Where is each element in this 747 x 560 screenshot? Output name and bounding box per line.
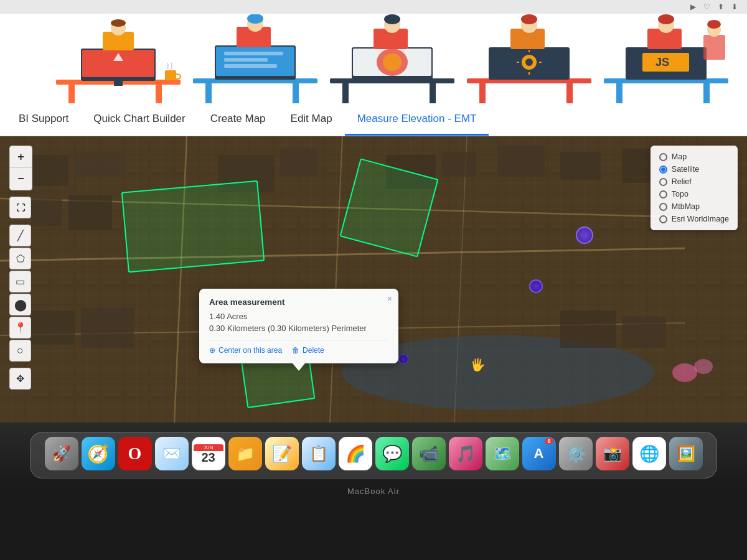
svg-rect-24	[342, 83, 349, 103]
layer-esri[interactable]: Esri WorldImage	[659, 213, 729, 225]
macbook-label: MacBook Air	[0, 485, 747, 498]
svg-rect-25	[430, 83, 436, 103]
dock-notes[interactable]: 📝	[265, 437, 299, 470]
nav-edit-map[interactable]: Edit Map	[278, 104, 345, 136]
nav-create-map[interactable]: Create Map	[198, 104, 278, 136]
svg-rect-88	[622, 317, 666, 348]
map-polygon-1[interactable]	[121, 180, 265, 273]
map-marker-2[interactable]	[529, 279, 543, 293]
svg-rect-3	[156, 85, 162, 103]
delete-label: Delete	[303, 346, 324, 355]
svg-point-56	[658, 14, 674, 24]
ruler-tool[interactable]: ╱	[9, 225, 31, 246]
fullscreen-button[interactable]: ⛶	[9, 197, 31, 218]
popup-tail	[293, 363, 305, 371]
svg-rect-57	[703, 35, 725, 60]
move-tool[interactable]: ✥	[9, 368, 31, 390]
svg-rect-87	[560, 310, 616, 348]
browser-toolbar-icon3[interactable]: ⬆	[718, 2, 724, 11]
svg-rect-48	[616, 83, 622, 103]
dock-safari[interactable]: 🧭	[82, 437, 115, 470]
navbar: BI Support Quick Chart Builder Create Ma…	[0, 104, 747, 136]
layer-mtbmap[interactable]: MtbMap	[659, 200, 729, 213]
dock: 🚀 🧭 O ✉️ JUN 23 📁 📝 📋 🌈 💬 📹 🎵 🗺️ A 6	[0, 422, 747, 485]
popup-actions: ⊕ Center on this area 🗑 Delete	[209, 340, 388, 355]
layer-map[interactable]: Map	[659, 151, 729, 163]
svg-rect-80	[442, 152, 476, 177]
map-marker-3[interactable]	[398, 354, 408, 364]
dock-items: 🚀 🧭 O ✉️ JUN 23 📁 📝 📋 🌈 💬 📹 🎵 🗺️ A 6	[12, 437, 735, 470]
svg-rect-82	[560, 152, 601, 180]
layer-topo-radio[interactable]	[659, 190, 667, 198]
svg-point-59	[707, 20, 721, 29]
browser-toolbar-icon4[interactable]: ⬇	[731, 2, 738, 11]
center-icon: ⊕	[209, 346, 215, 355]
svg-point-29	[383, 54, 402, 71]
svg-rect-85	[81, 307, 134, 348]
layer-mtbmap-label: MtbMap	[672, 202, 700, 211]
dock-sysprefs[interactable]: ⚙️	[559, 437, 593, 470]
calendar-day: 23	[201, 451, 215, 464]
popup-close-button[interactable]: ×	[387, 294, 392, 304]
polygon-tool[interactable]: ⬠	[9, 248, 31, 269]
svg-rect-20	[224, 52, 283, 55]
map-marker-1[interactable]	[576, 226, 593, 244]
dock-calendar[interactable]: JUN 23	[192, 437, 225, 470]
zoom-out-button[interactable]: −	[10, 168, 32, 190]
svg-rect-75	[31, 198, 62, 226]
nav-quick-chart-builder[interactable]: Quick Chart Builder	[81, 104, 197, 136]
layer-satellite-label: Satellite	[672, 165, 699, 174]
dock-photos2[interactable]: 🖼️	[669, 437, 703, 470]
dock-facetime[interactable]: 📹	[412, 437, 446, 470]
layer-mtbmap-radio[interactable]	[659, 203, 667, 211]
center-on-area-button[interactable]: ⊕ Center on this area	[209, 346, 282, 355]
svg-rect-84	[31, 310, 75, 345]
zoom-in-button[interactable]: +	[10, 146, 32, 168]
circle-tool[interactable]: ⬤	[9, 294, 31, 315]
svg-rect-35	[566, 83, 573, 103]
svg-point-32	[384, 14, 400, 24]
svg-rect-22	[224, 64, 277, 68]
dock-music[interactable]: 🎵	[449, 437, 482, 470]
layer-relief[interactable]: Relief	[659, 175, 729, 188]
layer-relief-radio[interactable]	[659, 178, 667, 186]
measurement-popup: Area measurement × 1.40 Acres 0.30 Kilom…	[199, 289, 398, 363]
svg-text:JS: JS	[655, 56, 669, 68]
layer-satellite-radio[interactable]	[659, 166, 667, 174]
delete-button[interactable]: 🗑 Delete	[292, 346, 324, 355]
dock-files[interactable]: 📋	[302, 437, 336, 470]
map-container[interactable]: + − ⛶ ╱ ⬠ ▭ ⬤ 📍 ○ ✥ Map Satellite Relief…	[0, 136, 747, 422]
dock-messages[interactable]: 💬	[375, 437, 409, 470]
dock-maps[interactable]: 🗺️	[486, 437, 519, 470]
dock-mail[interactable]: ✉️	[155, 437, 189, 470]
pin-tool[interactable]: 📍	[9, 317, 31, 338]
dock-launchpad[interactable]: 🚀	[45, 437, 78, 470]
dock-photos[interactable]: 🌈	[339, 437, 372, 470]
svg-rect-73	[31, 155, 68, 186]
empty-circle-tool[interactable]: ○	[9, 340, 31, 362]
dock-finder[interactable]: 📁	[228, 437, 262, 470]
dock-opera[interactable]: O	[118, 437, 152, 470]
svg-rect-11	[165, 70, 176, 80]
layer-satellite[interactable]: Satellite	[659, 163, 729, 175]
browser-chrome: ▶ ♡ ⬆ ⬇	[0, 0, 747, 14]
layer-esri-radio[interactable]	[659, 215, 667, 223]
layer-topo[interactable]: Topo	[659, 188, 729, 200]
browser-toolbar-icon2[interactable]: ♡	[703, 2, 710, 11]
dock-photobooth[interactable]: 📸	[596, 437, 629, 470]
browser-toolbar-icon1[interactable]: ▶	[690, 2, 696, 11]
dock-appstore[interactable]: A 6	[522, 437, 556, 470]
map-controls: + − ⛶ ╱ ⬠ ▭ ⬤ 📍 ○ ✥	[9, 146, 32, 390]
dock-chrome[interactable]: 🌐	[632, 437, 666, 470]
svg-rect-21	[224, 58, 268, 62]
svg-point-10	[111, 19, 126, 27]
svg-rect-13	[205, 83, 212, 103]
svg-rect-49	[703, 83, 710, 103]
rectangle-tool[interactable]: ▭	[9, 271, 31, 292]
svg-rect-34	[479, 83, 486, 103]
svg-point-90	[694, 359, 713, 374]
nav-bi-support[interactable]: BI Support	[6, 104, 81, 136]
svg-rect-2	[68, 85, 75, 103]
nav-measure-elevation[interactable]: Measure Elevation - EMT	[345, 104, 489, 136]
layer-map-radio[interactable]	[659, 153, 667, 161]
